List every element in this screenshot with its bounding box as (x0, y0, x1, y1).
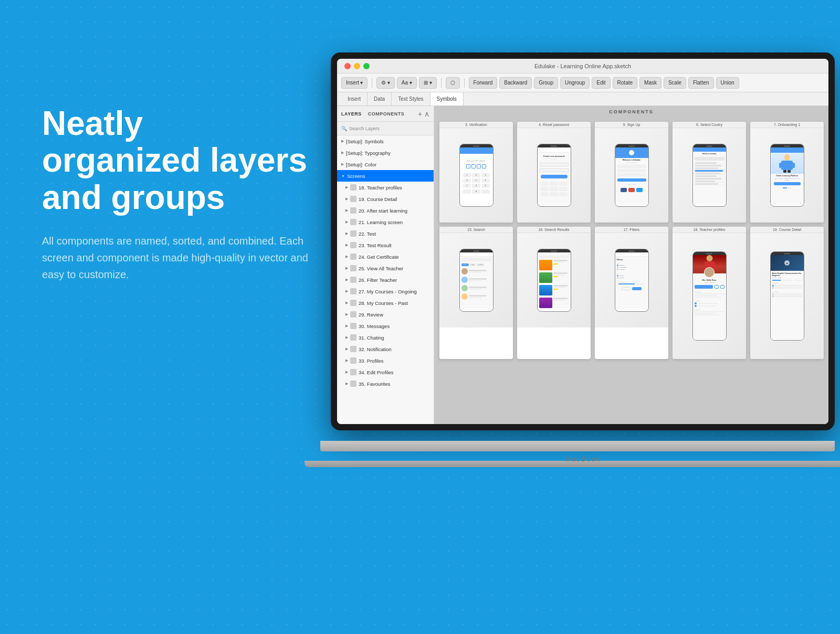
sidebar-item-setup-typography[interactable]: ▶ [Setup]: Typography (337, 147, 434, 158)
macbook-label: MacBook (565, 455, 601, 463)
toolbar-rotate[interactable]: Rotate (613, 77, 637, 89)
tabs-row: Insert Data Text Styles Symbols (337, 92, 828, 106)
toolbar-flatten[interactable]: Flatten (688, 77, 714, 89)
tab-insert[interactable]: Insert (341, 92, 368, 105)
layer-icon (350, 196, 356, 202)
layer-icon (350, 369, 356, 375)
toolbar-edit[interactable]: Edit (592, 77, 610, 89)
sidebar-item-favourites[interactable]: ▶ 35. Favourites (337, 378, 434, 389)
screen-content-7: Online Learning Platform Learn anything,… (750, 128, 824, 223)
sidebar-item-filter-teacher[interactable]: ▶ 26. Filter Teacher (337, 274, 434, 286)
phone-mock-7: Online Learning Platform Learn anything,… (770, 144, 804, 207)
layer-icon (350, 253, 356, 260)
toolbar-ungroup[interactable]: Ungroup (560, 77, 590, 89)
sidebar-item-course-detail[interactable]: ▶ 19. Course Detail (337, 193, 434, 205)
sidebar-item-teacher-profiles[interactable]: ▶ 18. Teacher profiles (337, 182, 434, 193)
toolbar-backward[interactable]: Backward (499, 77, 532, 89)
arrow-icon: ▶ (345, 208, 348, 213)
sidebar-item-mycourses-ongoing[interactable]: ▶ 27. My Courses - Ongoing (337, 286, 434, 297)
screen-bezel: Edulake - Learning Online App.sketch Ins… (331, 52, 835, 430)
sidebar-item-setup-symbols[interactable]: ▶ [Setup]: Symbols (337, 135, 434, 147)
tab-data[interactable]: Data (368, 92, 392, 105)
tab-symbols[interactable]: Symbols (430, 92, 464, 105)
toolbar-scale[interactable]: Scale (664, 77, 686, 89)
layer-icon (350, 357, 356, 364)
layer-icon (350, 381, 356, 387)
sidebar-item-mycourses-past[interactable]: ▶ 28. My Courses - Past (337, 297, 434, 309)
screen-label-19: 19. Course Detail (750, 227, 824, 233)
sidebar-item-test-result[interactable]: ▶ 23. Test Result (337, 239, 434, 251)
search-placeholder[interactable]: Search Layers (349, 126, 380, 131)
arrow-icon: ▶ (345, 220, 348, 224)
screen-thumb-search-results: 16. Search Results (517, 227, 591, 359)
tab-text-styles[interactable]: Text Styles (392, 92, 430, 105)
sidebar-item-notification[interactable]: ▶ 32. Notification (337, 343, 434, 355)
arrow-icon: ▶ (341, 139, 344, 143)
layer-icon (350, 334, 356, 341)
phone-mock-5: Welcome to Edulake Sign up to continue (615, 144, 649, 207)
layer-icon (350, 288, 356, 294)
layers-tab[interactable]: LAYERS (341, 111, 362, 117)
layers-sidebar: LAYERS COMPONENTS + ∧ 🔍 Search Layers ▶ (337, 106, 434, 424)
layer-icon (350, 230, 356, 237)
traffic-lights (344, 63, 370, 69)
screen-content-17: Filters Level Beginner Intermediate Adva… (595, 233, 668, 327)
screen-label-3: 3. Verification (439, 122, 513, 128)
screen-thumb-onboarding: 7. Onboarding 1 (750, 122, 824, 223)
phone-mock-16 (537, 249, 571, 312)
svg-rect-3 (792, 163, 795, 168)
subtext: All components are named, sorted, and co… (42, 233, 315, 283)
sidebar-item-setup-color[interactable]: ▶ [Setup]: Color (337, 158, 434, 170)
screen-label-6: 6. Select Coutry (673, 122, 746, 128)
sidebar-item-learning[interactable]: ▶ 21. Learning screen (337, 216, 434, 228)
toolbar-group[interactable]: Group (534, 77, 558, 89)
screen-content-15: English Math Science (439, 233, 513, 327)
arrow-icon: ▶ (345, 358, 348, 363)
toolbar-text[interactable]: Aa ▾ (397, 77, 417, 89)
toolbar-sep-2 (441, 78, 442, 88)
arrow-icon: ▶ (345, 324, 348, 328)
sidebar-item-review[interactable]: ▶ 29. Review (337, 309, 434, 320)
window-title: Edulake - Learning Online App.sketch (534, 63, 631, 69)
sidebar-item-edit-profiles[interactable]: ▶ 34. Edit Profiles (337, 366, 434, 378)
screen-label-5: 5. Sign Up (595, 122, 668, 128)
arrow-icon: ▶ (341, 162, 344, 166)
screen-thumb-search: 15. Search English (439, 227, 513, 359)
canvas-area: COMPONENTS 3. Verification (434, 106, 828, 424)
layer-icon (350, 184, 356, 191)
add-layer-icon[interactable]: + ∧ (418, 110, 429, 118)
arrow-icon: ▶ (341, 151, 344, 155)
close-button-icon[interactable] (344, 63, 351, 69)
toolbar-union[interactable]: Union (716, 77, 739, 89)
toolbar-grid[interactable]: ⊞ ▾ (419, 77, 437, 89)
sidebar-item-view-all[interactable]: ▶ 25. View All Teacher (337, 262, 434, 274)
headline-line1: Neatly (42, 104, 143, 142)
minimize-button-icon[interactable] (354, 63, 360, 69)
sidebar-item-screens[interactable]: ▼ Screens (337, 170, 434, 182)
screen-thumb-verification: 3. Verification Verification Enter your … (439, 122, 513, 223)
search-icon: 🔍 (341, 126, 347, 131)
screen-content-16 (517, 233, 591, 327)
sidebar-item-chating[interactable]: ▶ 31. Chating (337, 332, 434, 343)
sidebar-item-test[interactable]: ▶ 22. Test (337, 228, 434, 239)
toolbar-insert[interactable]: Insert ▾ (341, 77, 368, 89)
layer-icon (350, 277, 356, 283)
phone-mock-3: Verification Enter your OTP code here 6 (459, 144, 494, 207)
toolbar-mask[interactable]: Mask (639, 77, 662, 89)
sidebar-item-profiles[interactable]: ▶ 33. Profiles (337, 355, 434, 366)
toolbar-forward[interactable]: Forward (469, 77, 498, 89)
components-tab[interactable]: COMPONENTS (368, 111, 405, 117)
screen-content-4: Create new password •••••••••••• (517, 128, 591, 223)
toolbar-gear[interactable]: ⚙ ▾ (376, 77, 395, 89)
phone-mock-4: Create new password •••••••••••• (537, 144, 571, 207)
phone-mock-17: Filters Level Beginner Intermediate Adva… (615, 249, 649, 312)
sidebar-item-certificate[interactable]: ▶ 24. Get Certificate (337, 251, 434, 262)
toolbar-create-symbol[interactable]: ⬡ (446, 77, 460, 89)
macbook-base (320, 441, 835, 451)
screen-thumb-country: 6. Select Coutry Select a country (673, 122, 746, 223)
maximize-button-icon[interactable] (363, 63, 370, 69)
sidebar-item-after-start[interactable]: ▶ 20. After start learning (337, 205, 434, 216)
sidebar-item-messages[interactable]: ▶ 30. Messages (337, 320, 434, 332)
layer-icon (350, 265, 356, 271)
screen-content-5: Welcome to Edulake Sign up to continue (595, 128, 668, 223)
